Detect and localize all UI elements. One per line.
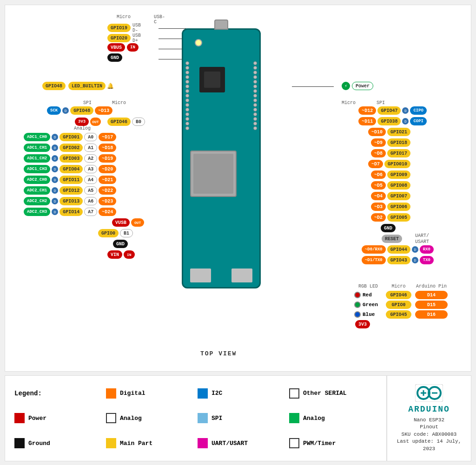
legend-analog-white: Analog — [106, 413, 194, 423]
gpio09-label: GPIO09 — [387, 170, 410, 179]
gpio04-label: GPIO04 — [60, 165, 83, 173]
ph — [253, 117, 257, 121]
d13-label: ~D13 — [95, 106, 112, 115]
row-tx0: ~D1/TX0 GPIO43 D TX0 — [362, 256, 434, 264]
adc2ch1-label: ADC2_CH1 — [24, 186, 50, 195]
gpio010-label: GPIO010 — [384, 160, 410, 168]
uart-box — [198, 438, 208, 448]
usb-dm-label: USB D- — [132, 23, 141, 33]
ph — [185, 122, 189, 125]
adc2ch3-d-badge: D — [52, 209, 58, 215]
legend-content: Legend: Digital I2C Other SERIAL Power — [5, 376, 386, 461]
ph — [253, 85, 257, 88]
legend-power: Power — [14, 413, 102, 423]
pwm-legend-label: PWM/Timer — [303, 440, 336, 447]
legend-main-part: Main Part — [106, 438, 194, 448]
a1-label: A1 — [84, 144, 97, 152]
row-reset: RESET — [382, 235, 402, 243]
legend-area: Legend: Digital I2C Other SERIAL Power — [5, 375, 471, 461]
rgb-3v3-label: 3V3 — [355, 320, 370, 328]
gpio0-rgb-label: GPIO0 — [386, 301, 411, 309]
power-badge-row: ⚡ Power — [342, 82, 373, 90]
ph — [253, 89, 257, 93]
ph — [253, 94, 257, 98]
legend-i2c: I2C — [198, 388, 285, 399]
power-box — [14, 413, 25, 423]
legend-spi: SPI — [198, 413, 285, 423]
row-adc2-ch2: ADC2_CH2 D GPIO13 A6 ~D23 — [24, 197, 116, 205]
adc1ch0-label: ADC1_CH0 — [24, 133, 50, 141]
rgb-led-header: RGB LED — [354, 284, 382, 289]
rx0-label: RX0 — [420, 245, 434, 254]
arduino-logo — [415, 384, 443, 402]
analog-white-box — [106, 413, 116, 423]
adc1ch3-label: ADC1_CH3 — [24, 165, 50, 173]
d21-label: ~D21 — [99, 176, 116, 184]
vusb-out-badge: OUT — [131, 218, 144, 227]
gpio47-label: GPIO47 — [377, 106, 401, 115]
rgb-blue-row: Blue GPIO45 D16 — [354, 310, 448, 319]
d19-label: ~D19 — [99, 154, 116, 163]
gpio20-label: GPIO20 — [107, 34, 131, 42]
rgb-red-row: Red GPIO46 D14 — [354, 291, 448, 299]
gpio19-label: GPIO19 — [107, 24, 131, 32]
main-chip — [199, 67, 225, 92]
row-adc1-ch0: ADC1_CH0 D GPIO01 A0 ~D17 — [24, 133, 116, 141]
pinout-text: Pinout — [420, 424, 438, 430]
legend-pwm: PWM/Timer — [289, 438, 377, 448]
gpio07-label: GPIO07 — [387, 192, 410, 200]
pin-gpio19-row: GPIO19 USB D- — [107, 23, 141, 33]
d17-label: ~D17 — [99, 133, 116, 141]
gpio44-d-badge: D — [412, 246, 418, 253]
gpio11-label: GPIO11 — [60, 176, 83, 184]
main-part-legend-label: Main Part — [120, 440, 152, 447]
adc1ch2-d-badge: D — [52, 155, 58, 162]
left-spi-header: SPI — [83, 100, 92, 105]
analog-green-legend-label: Analog — [303, 415, 325, 422]
led-builtin-label: LED_BUILTIN — [68, 82, 106, 90]
ph — [253, 112, 257, 116]
led-builtin-group: LED_BUILTIN 🔔 — [68, 82, 114, 90]
legend-analog-green: Analog — [289, 413, 377, 423]
ph — [185, 71, 189, 74]
d22-label: ~D22 — [99, 186, 116, 195]
ph — [185, 112, 189, 116]
d7-label: ~D7 — [368, 160, 383, 168]
d15-label: D15 — [415, 301, 448, 309]
i2c-box — [198, 388, 208, 399]
d24-label: ~D24 — [99, 208, 116, 216]
adc2ch2-d-badge: D — [52, 198, 58, 204]
red-circle — [354, 292, 361, 298]
gpio43-label: GPIO43 — [387, 256, 410, 264]
b0-label: B0 — [132, 118, 145, 126]
digital-box — [106, 388, 116, 399]
row-d6: ~D6 GPIO09 — [371, 170, 410, 179]
ph — [185, 126, 189, 130]
d6-label: ~D6 — [371, 170, 386, 179]
legend-ground: Ground — [14, 438, 102, 448]
adc1ch2-label: ADC1_CH2 — [24, 154, 50, 163]
row-3v3-left: GPIO46 B0 — [107, 118, 145, 126]
ph — [253, 66, 257, 70]
uart-header: UART/USART — [415, 233, 429, 245]
bottom-pad-left — [190, 269, 211, 282]
gpio48-sck-label: GPIO48 — [70, 106, 93, 115]
gpio46-b0-label: GPIO46 — [107, 118, 131, 126]
rgb-headers: RGB LED Micro Arduino Pin — [354, 284, 448, 289]
legend-brand: ARDUINO Nano ESP32 Pinout SKU code: ABX0… — [387, 376, 471, 461]
brand-info: Nano ESP32 Pinout SKU code: ABX00083 Las… — [394, 417, 464, 452]
green-label: Green — [363, 302, 378, 308]
row-d11: ~D11 GPIO38 D COPI — [358, 117, 427, 125]
pin-gnd-top-row: GND — [107, 53, 122, 62]
vbus-in-badge: IN — [127, 43, 139, 52]
arduino-brand-name: ARDUINO — [408, 405, 450, 414]
sck-d-badge: D — [62, 107, 69, 114]
row-gpio0-b1: GPIO0 B1 — [98, 229, 133, 237]
row-d7: ~D7 GPIO010 — [368, 160, 410, 168]
row-d4: ~D4 GPIO07 — [371, 192, 410, 200]
row-adc1-ch3: ADC1_CH3 D GPIO04 A3 ~D20 — [24, 165, 116, 173]
row-adc2-ch1: ADC2_CH1 D GPIO12 A5 ~D22 — [24, 186, 116, 195]
d1tx0-label: ~D1/TX0 — [362, 256, 386, 264]
vin-label: VIN — [107, 250, 122, 259]
gnd-left-label: GND — [113, 240, 128, 248]
